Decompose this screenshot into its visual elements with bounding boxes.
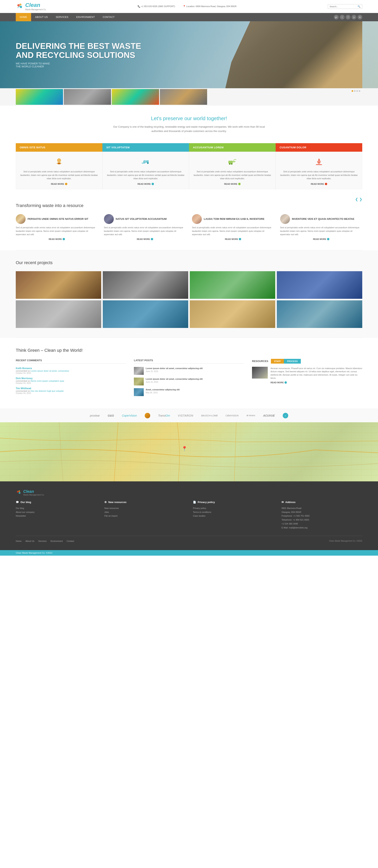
social-linkedin-icon[interactable]: in (357, 15, 362, 20)
project-item-2[interactable] (103, 271, 188, 299)
service-icon-4 (313, 156, 325, 167)
dot-4[interactable] (359, 90, 360, 92)
search-icon[interactable]: 🔍 (357, 5, 360, 8)
social-gplus-icon[interactable]: g+ (334, 15, 339, 20)
footer-blog-link-3[interactable]: Newsletter (16, 514, 96, 518)
post-title-3[interactable]: Amet, consectetur adipiscing elit (146, 388, 244, 391)
footer-section-resources: ⚙ New resources New resources Jobs File … (104, 501, 185, 530)
dot-2[interactable] (354, 90, 355, 92)
partner-circle (145, 413, 150, 418)
comment-author-2[interactable]: Dick Morrissey (16, 377, 126, 380)
logo-name: Clean (25, 2, 46, 8)
project-item-1[interactable] (16, 271, 101, 299)
footer-bottom-links: Home About Us Services Environment Conta… (16, 540, 74, 542)
footer-bottom-about[interactable]: About Us (25, 540, 34, 542)
thumbnail-4[interactable] (160, 89, 207, 105)
nav-item-about[interactable]: ABOUT US (31, 13, 52, 21)
service-1-read-more[interactable]: READ MORE (20, 183, 98, 185)
service-box-4-body: Sed ut perspiciatis unde omnis natus vol… (276, 152, 362, 189)
footer-address-line-5: +1 534 380 3498 (282, 522, 362, 526)
dot-1[interactable] (352, 90, 353, 92)
footer-legal-link-2[interactable]: Terms & conditions (193, 510, 274, 514)
nav-item-environment[interactable]: ENVIRONMENT (72, 13, 99, 21)
logo: Clean Waste Management Co. (16, 2, 46, 11)
site-footer: Clean Waste Management Co. 💬 Our blog Ou… (0, 482, 378, 550)
project-item-6[interactable] (103, 300, 188, 328)
comment-link-2[interactable]: Nemo enim ipsam voluptatem quia (31, 380, 64, 382)
resource-read-more[interactable]: READ MORE (271, 381, 362, 384)
service-4-read-more[interactable]: READ MORE (280, 183, 358, 185)
comment-author-3[interactable]: Tim Whithead (16, 387, 126, 390)
project-item-5[interactable] (16, 300, 101, 328)
project-item-4[interactable] (277, 271, 362, 299)
social-twitter-icon[interactable]: t (340, 15, 345, 20)
partner-next-arrow[interactable]: › (283, 413, 288, 418)
post-title-1[interactable]: Lorem ipsum dolor sit amet, consectetur … (146, 367, 244, 370)
social-facebook-icon[interactable]: f (346, 15, 350, 20)
map-pin[interactable]: 📍 (182, 446, 187, 452)
dot-3[interactable] (356, 90, 358, 92)
project-item-8[interactable] (277, 300, 362, 328)
partners-section: proxiear G&G CoperVision TransiOm VISTAR… (0, 409, 378, 422)
team-read-more-1[interactable]: READ MORE (16, 238, 98, 240)
tab-staff[interactable]: STAFF (271, 359, 284, 364)
avatar-4 (280, 214, 290, 224)
service-2-read-more[interactable]: READ MORE (106, 183, 185, 185)
team-read-more-3[interactable]: READ MORE (192, 238, 274, 240)
footer-section-address: ✉ Address 9901 Marmora Road Glasgow, D04… (282, 501, 362, 530)
team-read-more-2[interactable]: READ MORE (104, 238, 186, 240)
nav-item-home[interactable]: HOME (16, 13, 31, 21)
footer-bottom-contact[interactable]: Contact (67, 540, 74, 542)
footer-blog-link-1[interactable]: Our blog (16, 506, 96, 510)
footer-resources-link-2[interactable]: Jobs (104, 510, 185, 514)
project-grid (16, 271, 362, 328)
search-input[interactable] (329, 5, 357, 8)
logo-tagline: Waste Management Co. (25, 8, 46, 11)
comment-link-1[interactable]: Lorem ipsum dolor sit amet, consectetur (31, 370, 69, 372)
social-pinterest-icon[interactable]: p (352, 15, 356, 20)
footer-bottom-services[interactable]: Services (38, 540, 46, 542)
green-bar-text: Clean Waste Management Co. ©2013 (16, 552, 52, 554)
resources-content: Aenean nonumaruis. PhaseFusce sit varius… (252, 367, 362, 384)
comment-link-3[interactable]: Hoc dui dolorem fugit quo voluptat (31, 390, 64, 392)
hero-section: DELIVERING THE BEST WASTE AND RECYCLING … (0, 21, 378, 88)
team-body-1: Sed ut perspiciatis unde omnis natus err… (16, 226, 98, 240)
resources-tabs: STAFF PROCESS (271, 359, 301, 364)
read-more-dot-team-3 (239, 238, 241, 240)
thumbnail-1[interactable] (16, 89, 63, 105)
nav-item-contact[interactable]: CONTACT (99, 13, 119, 21)
document-icon: 📄 (193, 501, 196, 504)
read-more-dot-team-2 (151, 238, 153, 240)
post-title-2[interactable]: Lorem ipsum dolor sit amet, consectetur … (146, 378, 244, 380)
footer-legal-link-1[interactable]: Privacy policy (193, 506, 274, 510)
service-3-read-more[interactable]: READ MORE (193, 183, 272, 185)
project-item-3[interactable] (190, 271, 275, 299)
footer-resources-link-3[interactable]: File an import (104, 514, 185, 518)
gear-icon: ⚙ (104, 501, 107, 504)
svg-point-9 (231, 163, 232, 165)
read-more-dot-3 (238, 183, 241, 185)
footer-resources-link-1[interactable]: New resources (104, 506, 185, 510)
footer-bottom-environment[interactable]: Environment (51, 540, 63, 542)
team-read-more-4[interactable]: READ MORE (280, 238, 363, 240)
tab-process[interactable]: PROCESS (284, 359, 301, 364)
post-item-3: Amet, consectetur adipiscing elit May 06… (134, 388, 244, 396)
next-arrow-icon[interactable]: ❯ (359, 197, 362, 202)
nav-item-services[interactable]: SERVICES (52, 13, 72, 21)
partner-vistaron: VISTARON (178, 414, 193, 417)
footer-bottom-home[interactable]: Home (16, 540, 22, 542)
svg-point-0 (17, 4, 20, 6)
footer-blog-link-2[interactable]: About our company (16, 510, 96, 514)
footer-legal-link-3[interactable]: Case studies (193, 514, 274, 518)
intro-heading: Let's preserve our world together! (16, 116, 362, 122)
project-item-7[interactable] (190, 300, 275, 328)
think-green-section: Think Green – Clean up the World! RECENT… (0, 338, 378, 409)
thumbnail-2[interactable] (64, 89, 111, 105)
header-search[interactable]: 🔍 (328, 4, 362, 9)
read-more-dot-team-1 (63, 238, 65, 240)
partner-gg: G&G (108, 414, 114, 417)
thumbnail-dots (352, 90, 360, 92)
prev-arrow-icon[interactable]: ❮ (355, 197, 358, 202)
comment-author-1[interactable]: Keith Bonaura (16, 367, 126, 370)
thumbnail-3[interactable] (112, 89, 159, 105)
